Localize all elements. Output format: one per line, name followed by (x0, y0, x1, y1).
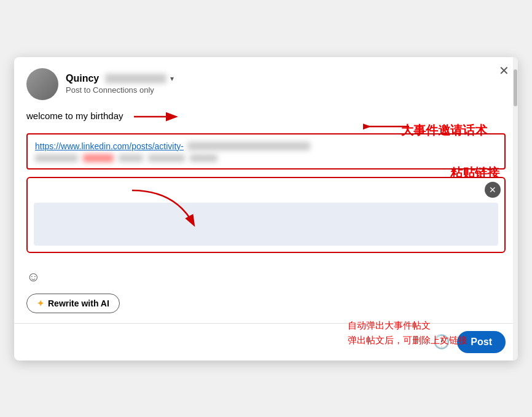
preview-content: 自动弹出大事件帖文 弹出帖文后，可删除上文链接 (28, 178, 504, 252)
post-text-content: welcome to my birthday (26, 110, 123, 120)
preview-box: ✕ 自动弹出大事件帖文 弹出帖文后，可删除上文链接 (26, 177, 506, 253)
link-second-line (35, 154, 497, 162)
post-button[interactable]: Post (457, 331, 506, 353)
emoji-button[interactable]: ☺ (26, 269, 40, 285)
post-text[interactable]: welcome to my birthday (26, 106, 506, 127)
arrow-3-icon (126, 184, 200, 233)
blur-block-4 (148, 154, 185, 162)
preview-close-button[interactable]: ✕ (485, 182, 501, 198)
user-subtitle[interactable]: Post to Connections only (66, 85, 174, 95)
user-info: Quincy ▾ Post to Connections only (66, 73, 174, 95)
modal-footer: 🕐 Post (14, 323, 518, 360)
scrollbar-thumb (514, 69, 517, 106)
blur-block-2 (83, 154, 114, 162)
create-post-modal: ✕ Quincy ▾ Post to Connections only 大事件邀… (14, 57, 518, 360)
user-name-blurred (105, 74, 166, 84)
user-name-row: Quincy ▾ (66, 73, 174, 84)
ai-star-icon: ✦ (37, 298, 44, 308)
link-box: https://www.linkedin.com/posts/activity- (26, 133, 506, 170)
modal-header: Quincy ▾ Post to Connections only (14, 57, 518, 106)
blur-block-3 (119, 154, 143, 162)
emoji-row: ☺ (14, 263, 518, 291)
blur-block-5 (190, 154, 217, 162)
ai-btn-row: ✦ Rewrite with AI (14, 291, 518, 323)
arrow-2-icon (363, 117, 412, 136)
rewrite-ai-button[interactable]: ✦ Rewrite with AI (26, 294, 120, 313)
preview-blue-area (34, 203, 498, 246)
link-blurred-part (187, 142, 310, 150)
blur-block-1 (35, 154, 78, 162)
scrollbar[interactable] (513, 57, 518, 360)
avatar (26, 68, 58, 100)
user-name: Quincy (66, 73, 99, 84)
arrow-1-icon (131, 110, 180, 123)
link-text[interactable]: https://www.linkedin.com/posts/activity- (35, 141, 497, 152)
ai-btn-label: Rewrite with AI (48, 298, 109, 308)
dropdown-arrow-icon[interactable]: ▾ (170, 74, 174, 83)
clock-icon[interactable]: 🕐 (433, 334, 450, 350)
close-button[interactable]: ✕ (499, 64, 509, 77)
